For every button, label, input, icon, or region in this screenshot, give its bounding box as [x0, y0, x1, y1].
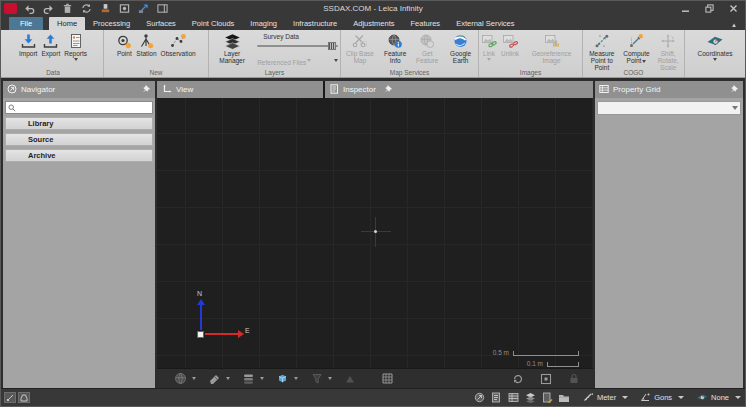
- snap-disabled-icon: [343, 372, 357, 386]
- minimize-button[interactable]: [679, 4, 691, 14]
- tray-icon[interactable]: [18, 392, 30, 403]
- tab-file[interactable]: File: [9, 17, 43, 30]
- refresh-view-icon[interactable]: [511, 372, 525, 386]
- redo-icon[interactable]: [42, 3, 55, 15]
- filter-dropdown-icon[interactable]: [328, 377, 332, 380]
- inspector-status-icon[interactable]: [490, 391, 503, 404]
- view-tab-title: View: [176, 85, 193, 94]
- layers-status-icon[interactable]: [524, 391, 537, 404]
- slider-handle[interactable]: [328, 42, 336, 50]
- distance-unit-control[interactable]: Meter: [583, 392, 628, 404]
- close-button[interactable]: [727, 4, 739, 14]
- view-3d-dropdown-icon[interactable]: [294, 377, 298, 380]
- tab-adjustments[interactable]: Adjustments: [345, 17, 402, 30]
- tab-home[interactable]: Home: [49, 17, 85, 30]
- ribbon-group-label-images: Images: [479, 69, 582, 76]
- layers-stack-icon[interactable]: [241, 372, 255, 386]
- ribbon-collapse-icon[interactable]: ▲: [731, 22, 737, 28]
- angle-unit-control[interactable]: Gons: [640, 392, 684, 404]
- feature-info-button[interactable]: Feature Info: [379, 32, 411, 64]
- map-canvas[interactable]: N E 0.5 m 0.1 m: [157, 98, 593, 368]
- property-grid-status-icon[interactable]: [507, 391, 520, 404]
- measure-point-to-point-button[interactable]: Measure Point to Point: [583, 32, 621, 71]
- coordinates-icon: [706, 32, 724, 50]
- unlink-image-button: Unlink: [499, 32, 521, 57]
- property-object-selector[interactable]: [597, 101, 741, 115]
- sidebar-item-library[interactable]: Library: [5, 117, 153, 130]
- scale-bar-major-label: 0.5 m: [493, 349, 509, 356]
- export-button[interactable]: Export: [39, 32, 62, 57]
- navigator-status-icon[interactable]: [473, 391, 486, 404]
- scale-bar-minor: [547, 362, 579, 367]
- link-image-button: Link: [479, 32, 499, 61]
- ribbon-group-new: Point Station Observation New: [104, 30, 209, 77]
- coordinate-system-icon: [696, 392, 708, 404]
- layer-options-dropdown-icon[interactable]: [334, 59, 338, 62]
- shift-rotate-scale-button: Shift, Rotate, Scale: [652, 32, 684, 71]
- import-button[interactable]: Import: [17, 32, 39, 57]
- point-icon: [116, 32, 132, 50]
- referenced-files-button[interactable]: Referenced Files: [257, 51, 311, 69]
- delete-icon[interactable]: [61, 3, 74, 15]
- new-point-button[interactable]: Point: [114, 32, 134, 57]
- archive-icon[interactable]: [118, 3, 131, 15]
- publish-icon[interactable]: [137, 3, 150, 15]
- folder-status-icon[interactable]: [558, 391, 571, 404]
- selection-tool-icon[interactable]: [207, 372, 221, 386]
- reports-dropdown-icon[interactable]: [74, 58, 78, 61]
- search-input[interactable]: [18, 102, 150, 113]
- stamp-tool-icon[interactable]: [99, 3, 112, 15]
- coordinates-dropdown-icon[interactable]: [713, 58, 717, 61]
- filter-icon[interactable]: [309, 372, 323, 386]
- google-earth-button[interactable]: Google Earth: [443, 32, 478, 64]
- navigator-pin-icon[interactable]: [142, 84, 151, 95]
- layers-stack-dropdown-icon[interactable]: [260, 377, 264, 380]
- undo-icon[interactable]: [23, 3, 36, 15]
- compute-point-button[interactable]: Compute Point: [621, 32, 653, 64]
- tab-surfaces[interactable]: Surfaces: [138, 17, 184, 30]
- tab-inspector[interactable]: Inspector: [325, 81, 593, 98]
- background-map-icon[interactable]: [173, 372, 187, 386]
- observation-icon: [170, 32, 186, 50]
- new-observation-button[interactable]: Observation: [159, 32, 198, 57]
- tab-infrastructure[interactable]: Infrastructure: [285, 17, 345, 30]
- selection-tool-dropdown-icon[interactable]: [226, 377, 230, 380]
- inspector-pin-icon[interactable]: [384, 84, 393, 95]
- tab-point-clouds[interactable]: Point Clouds: [184, 17, 243, 30]
- tab-view[interactable]: View: [157, 81, 323, 98]
- distance-unit-dropdown-icon: [622, 396, 628, 399]
- property-grid-header: Property Grid: [595, 81, 743, 98]
- zoom-extents-icon[interactable]: [539, 372, 553, 386]
- coordinate-system-control[interactable]: None: [696, 392, 741, 404]
- reports-button[interactable]: Reports: [62, 32, 89, 61]
- google-earth-icon: [452, 32, 469, 50]
- property-grid-pin-icon[interactable]: [730, 84, 739, 95]
- tab-processing[interactable]: Processing: [85, 17, 138, 30]
- view-area: View Inspector N: [157, 81, 593, 388]
- grid-toggle-icon[interactable]: [380, 372, 394, 386]
- restore-button[interactable]: [703, 4, 715, 14]
- coordinates-button[interactable]: Coordinates: [695, 32, 734, 61]
- new-station-button[interactable]: Station: [134, 32, 158, 57]
- app-logo-icon[interactable]: [4, 3, 17, 14]
- tab-imaging[interactable]: Imaging: [242, 17, 285, 30]
- sidebar-item-source[interactable]: Source: [5, 133, 153, 146]
- layer-manager-button[interactable]: Layer Manager: [209, 32, 255, 64]
- tab-external-services[interactable]: External Services: [448, 17, 522, 30]
- scale-bar-major: [513, 351, 579, 356]
- layer-opacity-slider[interactable]: [257, 42, 338, 50]
- tab-features[interactable]: Features: [403, 17, 449, 30]
- axis-indicator: N E: [197, 288, 257, 338]
- sidebar-item-archive[interactable]: Archive: [5, 149, 153, 162]
- view-3d-cube-icon[interactable]: [275, 372, 289, 386]
- report-status-icon[interactable]: [541, 391, 554, 404]
- layer-selector-widget: Survey Data Referenced Files: [255, 32, 340, 69]
- ribbon-group-images: Link Unlink Georeference Image Images: [479, 30, 583, 77]
- background-map-dropdown-icon[interactable]: [192, 377, 196, 380]
- scale-bar-minor-label: 0.1 m: [527, 360, 543, 367]
- compute-point-dropdown-icon[interactable]: [642, 60, 646, 63]
- sync-icon[interactable]: [80, 3, 93, 15]
- diagonal-pen-icon[interactable]: [4, 392, 16, 403]
- window-layout-icon[interactable]: [156, 3, 169, 15]
- selector-dropdown-icon: [732, 106, 738, 110]
